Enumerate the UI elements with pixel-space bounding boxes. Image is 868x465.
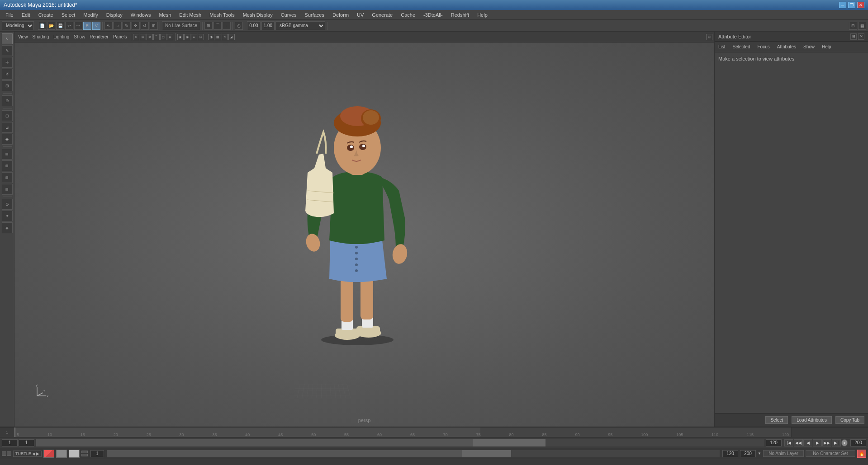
viewport-tab-lighting[interactable]: Lighting — [52, 34, 71, 40]
menu-file[interactable]: File — [2, 11, 17, 19]
mode-dropdown[interactable]: Modeling — [2, 21, 34, 30]
anim-expand-button[interactable]: ▼ — [758, 451, 761, 456]
stack-tool-2[interactable]: ▤ — [2, 160, 13, 171]
value-field-2[interactable]: 1.00 — [261, 21, 275, 30]
menu-create[interactable]: Create — [35, 11, 57, 19]
menu-redshift[interactable]: Redshift — [447, 11, 473, 19]
stack-tool-3[interactable]: ▤ — [2, 172, 13, 183]
menu-edit[interactable]: Edit — [18, 11, 34, 19]
vp-bounding-icon[interactable]: ⊡ — [198, 34, 204, 40]
load-attributes-button[interactable]: Load Attributes — [792, 416, 832, 424]
layer-mute-icon[interactable] — [7, 451, 11, 456]
menu-generate[interactable]: Generate — [368, 11, 396, 19]
snap-curve-icon[interactable]: ⌒ — [213, 22, 222, 30]
vp-xray-icon[interactable]: ◑ — [208, 34, 214, 40]
vp-hud-icon[interactable]: ⊟ — [706, 34, 712, 40]
select-tool-sidebar[interactable]: ↖ — [2, 33, 13, 44]
rotate-tool-icon[interactable]: ↺ — [141, 22, 149, 30]
close-button[interactable]: ✕ — [857, 2, 864, 8]
attr-tab-selected[interactable]: Selected — [731, 43, 752, 50]
attr-close-icon[interactable]: ✕ — [858, 33, 864, 40]
undo-icon[interactable]: ↩ — [65, 22, 73, 30]
attr-tab-help[interactable]: Help — [820, 43, 833, 50]
vp-wire-icon[interactable]: ▣ — [177, 34, 184, 40]
menu-deform[interactable]: Deform — [329, 11, 352, 19]
timeline-ruler[interactable]: 5 10 15 20 25 30 35 40 45 50 55 60 65 70… — [14, 427, 791, 437]
snap-grid-icon[interactable]: ⊞ — [204, 22, 213, 30]
range-start-field[interactable] — [2, 439, 18, 446]
panel-layout2-icon[interactable]: ▦ — [858, 22, 866, 30]
range-end-field[interactable] — [850, 439, 866, 446]
paint-tool-sidebar[interactable]: ✎ — [2, 45, 13, 56]
anim-timeline-track[interactable] — [107, 450, 720, 457]
attr-tab-list[interactable]: List — [716, 43, 727, 50]
value-field-1[interactable]: 0.00 — [247, 21, 260, 30]
menu-windows[interactable]: Windows — [127, 11, 155, 19]
lasso-select-icon[interactable]: ○ — [114, 22, 122, 30]
timeline-track[interactable] — [36, 439, 764, 446]
rotate-tool-sidebar[interactable]: ↺ — [2, 69, 13, 80]
stack-tool-4[interactable]: ▤ — [2, 184, 13, 195]
vp-light-icon[interactable]: ☀ — [222, 34, 228, 40]
viewport-tab-show[interactable]: Show — [72, 34, 87, 40]
turtle-dropdown[interactable]: TURTLE ◀ ▶ — [13, 451, 42, 457]
render-tool-sidebar[interactable]: ◈ — [2, 222, 13, 233]
turtle-nav-right[interactable]: ▶ — [36, 451, 39, 456]
step-back-button[interactable]: ◀◀ — [794, 439, 803, 446]
viewport-tab-view[interactable]: View — [16, 34, 30, 40]
snap-point-icon[interactable]: · — [223, 22, 231, 30]
vp-smooth-icon[interactable]: ◉ — [184, 34, 190, 40]
vp-flat-icon[interactable]: ● — [191, 34, 197, 40]
attr-tab-attributes[interactable]: Attributes — [775, 43, 798, 50]
vp-curves-icon[interactable]: ⌒ — [153, 34, 160, 40]
panel-layout-icon[interactable]: ⊞ — [849, 22, 857, 30]
save-scene-icon[interactable]: 💾 — [56, 22, 64, 30]
channel-thumb-3[interactable] — [69, 450, 80, 458]
menu-uv[interactable]: UV — [353, 11, 367, 19]
render-settings-icon[interactable]: R — [83, 22, 91, 30]
step-forward-button[interactable]: ▶▶ — [822, 439, 831, 446]
menu-help[interactable]: Help — [474, 11, 491, 19]
move-tool-icon[interactable]: ✛ — [132, 22, 140, 30]
channel-expand-icon[interactable] — [81, 451, 88, 456]
fx-tool-sidebar[interactable]: ✦ — [2, 211, 13, 221]
fire-icon[interactable]: 🔥 — [857, 450, 866, 458]
minimize-button[interactable]: ─ — [839, 2, 846, 8]
vp-joints-icon[interactable]: ⊕ — [147, 34, 153, 40]
no-character-set-button[interactable]: No Character Set — [806, 450, 855, 457]
anim-range-end[interactable] — [740, 450, 756, 457]
menu-mesh-display[interactable]: Mesh Display — [239, 11, 276, 19]
layer-solo-icon[interactable] — [2, 451, 6, 456]
stack-tool-1[interactable]: ▤ — [2, 149, 13, 160]
select-button[interactable]: Select — [765, 416, 788, 424]
channel-thumb-2[interactable] — [56, 450, 67, 458]
menu-select[interactable]: Select — [58, 11, 79, 19]
auto-key-button[interactable]: ● — [841, 439, 848, 446]
current-frame-input[interactable] — [90, 450, 104, 457]
restore-button[interactable]: ❐ — [848, 2, 855, 8]
playback-end-field[interactable] — [766, 439, 782, 446]
viewport-tab-shading[interactable]: Shading — [31, 34, 51, 40]
move-tool-sidebar[interactable]: ✛ — [2, 57, 13, 68]
scale-tool-icon[interactable]: ⊞ — [150, 22, 158, 30]
menu-curves[interactable]: Curves — [277, 11, 300, 19]
go-to-end-button[interactable]: ▶| — [832, 439, 841, 446]
poly-tool-sidebar[interactable]: ◻ — [2, 110, 13, 121]
history-icon[interactable]: ◷ — [235, 22, 243, 30]
menu-surfaces[interactable]: Surfaces — [301, 11, 328, 19]
vp-poly-icon[interactable]: ◻ — [160, 34, 166, 40]
nurbs-tool-sidebar[interactable]: ⊿ — [2, 122, 13, 133]
attr-tab-show[interactable]: Show — [802, 43, 816, 50]
vp-subdiv-icon[interactable]: ◈ — [167, 34, 173, 40]
menu-modify[interactable]: Modify — [80, 11, 101, 19]
play-back-button[interactable]: ◀ — [803, 439, 812, 446]
vp-texture-icon[interactable]: ▦ — [215, 34, 221, 40]
viewport-tab-renderer[interactable]: Renderer — [88, 34, 110, 40]
current-frame-field[interactable] — [19, 439, 34, 446]
paint-select-icon[interactable]: ✎ — [123, 22, 131, 30]
open-scene-icon[interactable]: 📂 — [47, 22, 55, 30]
no-anim-layer-button[interactable]: No Anim Layer — [763, 450, 804, 457]
anim-end-frame[interactable] — [722, 450, 738, 457]
live-surface-indicator[interactable]: No Live Surface — [162, 21, 200, 30]
menu-mesh[interactable]: Mesh — [155, 11, 175, 19]
